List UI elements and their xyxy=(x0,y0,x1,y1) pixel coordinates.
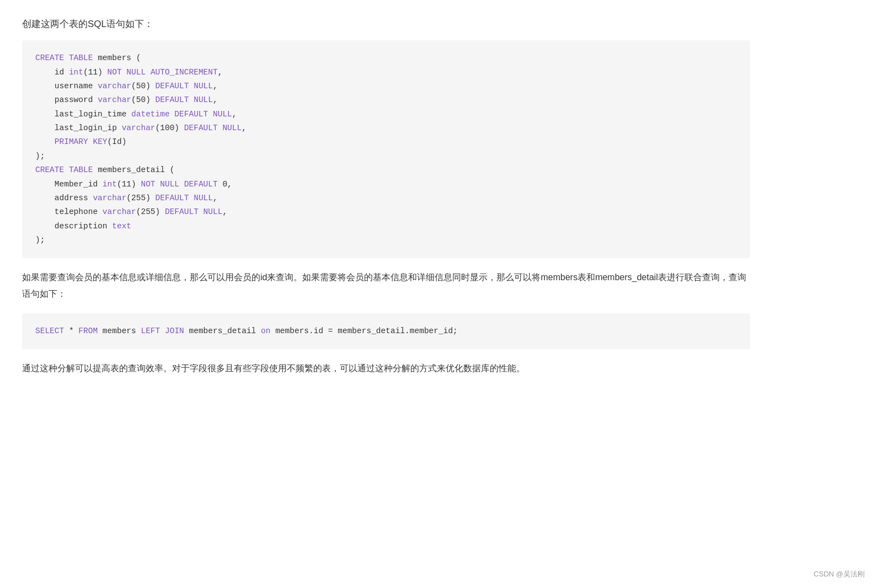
type-text: text xyxy=(112,222,131,231)
keyword-on: on xyxy=(261,327,270,335)
type-varchar-100: varchar xyxy=(122,124,156,132)
keyword-default4: DEFAULT xyxy=(184,124,218,132)
type-varchar-50: varchar xyxy=(98,82,131,90)
type-varchar-255b: varchar xyxy=(103,207,136,216)
keyword-join: JOIN xyxy=(165,327,184,335)
keyword-null2: NULL xyxy=(194,95,213,104)
page-content: 创建这两个表的SQL语句如下： CREATE TABLE members ( i… xyxy=(22,17,750,377)
keyword-null: NULL xyxy=(126,68,146,77)
paragraph-1: 如果需要查询会员的基本信息或详细信息，那么可以用会员的id来查询。如果需要将会员… xyxy=(22,269,750,302)
keyword-null5: NULL xyxy=(160,180,179,189)
code-block-2: SELECT * FROM members LEFT JOIN members_… xyxy=(22,313,750,349)
keyword-primary: PRIMARY xyxy=(55,137,88,146)
type-datetime: datetime xyxy=(131,110,170,119)
keyword-auto-increment: AUTO_INCREMENT xyxy=(151,68,218,77)
keyword-default5: DEFAULT xyxy=(184,180,218,189)
keyword-default3: DEFAULT xyxy=(174,110,208,119)
keyword-from: FROM xyxy=(78,327,98,335)
keyword-default6: DEFAULT xyxy=(156,194,189,202)
keyword-null7: NULL xyxy=(204,207,223,216)
keyword-table2: TABLE xyxy=(69,165,93,174)
type-varchar-255a: varchar xyxy=(93,194,126,202)
keyword-null1: NULL xyxy=(194,82,213,90)
type-int: int xyxy=(69,68,83,77)
code-block-1: CREATE TABLE members ( id int(11) NOT NU… xyxy=(22,40,750,258)
keyword-create: CREATE xyxy=(35,54,64,62)
keyword-default1: DEFAULT xyxy=(156,82,189,90)
keyword-null6: NULL xyxy=(194,194,213,202)
keyword-not2: NOT xyxy=(141,180,155,189)
keyword-key: KEY xyxy=(93,137,107,146)
keyword-default2: DEFAULT xyxy=(156,95,189,104)
type-varchar-50b: varchar xyxy=(98,95,131,104)
watermark: CSDN @吴法刚 xyxy=(813,569,865,579)
keyword-table: TABLE xyxy=(69,54,93,62)
keyword-select: SELECT xyxy=(35,327,64,335)
keyword-null4: NULL xyxy=(222,124,242,132)
keyword-default7: DEFAULT xyxy=(165,207,199,216)
type-int2: int xyxy=(103,180,117,189)
paragraph-2: 通过这种分解可以提高表的查询效率。对于字段很多且有些字段使用不频繁的表，可以通过… xyxy=(22,360,750,377)
keyword-left: LEFT xyxy=(141,327,160,335)
section-title: 创建这两个表的SQL语句如下： xyxy=(22,17,750,31)
keyword-not: NOT xyxy=(108,68,122,77)
keyword-create2: CREATE xyxy=(35,165,64,174)
keyword-null3: NULL xyxy=(213,110,232,119)
